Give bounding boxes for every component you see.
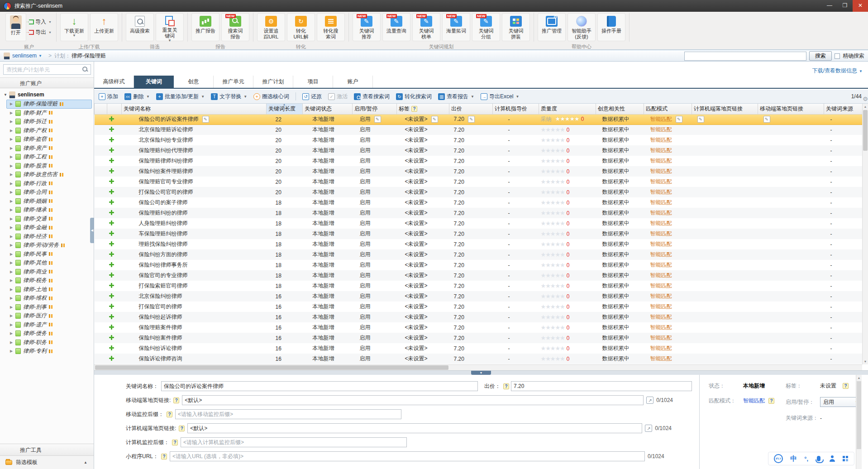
exact-search-checkbox[interactable] xyxy=(835,53,840,59)
column-header-移动端落地页链接[interactable]: 移动端落地页链接 xyxy=(758,104,824,114)
tree-collapse-icon[interactable]: ▶ xyxy=(10,323,15,327)
add-icon[interactable] xyxy=(109,273,114,278)
pc-link-field[interactable]: <默认> xyxy=(187,423,642,433)
tab-关键词[interactable]: 关键词 xyxy=(134,76,174,88)
table-row[interactable]: 北京保险理赔诉讼律师20本地新增启用<未设置>7.20-★★★★★0数据积累中智… xyxy=(95,124,863,135)
tree-collapse-icon[interactable]: ▶ xyxy=(10,314,15,318)
tree-collapse-icon[interactable]: ▶ xyxy=(10,120,15,124)
add-keyword-cell[interactable] xyxy=(107,270,122,281)
toolbar-导出Excel[interactable]: →导出Excel▼ xyxy=(481,93,519,100)
add-keyword-cell[interactable] xyxy=(107,197,122,208)
account-dropdown-icon[interactable]: ▼ xyxy=(38,54,42,58)
pane-splitter[interactable]: ▼ xyxy=(94,370,868,375)
table-row[interactable]: 保险纠纷方面的律师18本地新增启用<未设置>7.20-★★★★★0数据积累中智能… xyxy=(95,249,863,260)
table-row[interactable]: 保险纠纷诉讼律师16本地新增启用<未设置>7.20-★★★★★0数据积累中智能匹… xyxy=(95,343,863,354)
help-icon[interactable]: ? xyxy=(503,383,509,389)
sidebar-item-campaign[interactable]: ▶律师-继承 xyxy=(0,206,94,215)
sidebar-account-node[interactable]: ▼senlinsem xyxy=(0,90,94,100)
user-icon[interactable] xyxy=(829,455,835,462)
table-row[interactable]: 保险纠纷案件律师16本地新增启用<未设置>7.20-★★★★★0数据积累中智能匹… xyxy=(95,333,863,343)
help-icon[interactable]: ? xyxy=(843,383,849,389)
edit-icon[interactable]: ✎ xyxy=(468,116,475,123)
column-settings-gear-icon[interactable]: ⚙ xyxy=(863,96,868,102)
tab-推广单元[interactable]: 推广单元 xyxy=(214,76,253,88)
tree-collapse-icon[interactable]: ▶ xyxy=(10,146,15,150)
sidebar-section-title[interactable]: 推广账户 xyxy=(0,77,94,88)
column-header-出价[interactable]: 出价 xyxy=(449,104,493,114)
add-icon[interactable] xyxy=(109,148,114,153)
add-keyword-cell[interactable] xyxy=(107,249,122,260)
help-icon[interactable]: ? xyxy=(161,454,167,459)
ribbon-button-海量拓词[interactable]: NEW✎海量拓词 xyxy=(442,13,470,41)
tab-高级样式[interactable]: 高级样式 xyxy=(94,76,134,88)
add-icon[interactable] xyxy=(109,200,114,205)
toolbar-添加[interactable]: +添加 xyxy=(99,93,118,100)
ribbon-button-设置追踪URL[interactable]: ⚙设置追踪URL xyxy=(257,13,285,41)
sidebar-item-campaign[interactable]: ▶律师-商业 xyxy=(0,268,94,277)
toolbar-圈选核心词[interactable]: +圈选核心词 xyxy=(253,93,289,100)
scroll-thumb[interactable] xyxy=(863,110,868,151)
ribbon-button-搜索词报告[interactable]: NEW搜索词报告 xyxy=(221,13,249,41)
minimize-button[interactable]: — xyxy=(822,0,837,12)
add-icon[interactable] xyxy=(109,168,114,173)
column-header-计算机端落地页链接[interactable]: 计算机端落地页链接 xyxy=(692,104,758,114)
tree-collapse-icon[interactable]: ▶ xyxy=(10,208,15,212)
sidebar-item-campaign[interactable]: ▶律师-股票 xyxy=(0,162,94,171)
mobile-link-field[interactable]: <默认> xyxy=(182,395,644,405)
miniapp-url-field[interactable]: <请输入URL (选填，非必填)> xyxy=(170,451,645,461)
panel-scrollbar[interactable]: ▲ xyxy=(856,375,862,469)
toolbar-查看报告[interactable]: ▥查看报告▼ xyxy=(438,93,474,100)
scroll-up-icon[interactable]: ▲ xyxy=(856,375,862,381)
tree-expand-icon[interactable]: ▼ xyxy=(4,93,9,97)
tab-账户[interactable]: 账户 xyxy=(333,76,373,88)
column-header-关键词长度[interactable]: 关键词长度 xyxy=(267,104,303,114)
column-header-计算机指导价[interactable]: 计算机指导价 xyxy=(493,104,539,114)
table-row[interactable]: 保险理赔律师纠纷律师20本地新增启用<未设置>7.20-★★★★★0数据积累中智… xyxy=(95,156,863,166)
tree-collapse-icon[interactable]: ▶ xyxy=(10,234,15,239)
add-keyword-cell[interactable] xyxy=(107,208,122,218)
add-keyword-cell[interactable] xyxy=(107,135,122,145)
help-icon[interactable]: ? xyxy=(167,412,172,417)
tree-collapse-icon[interactable]: ▶ xyxy=(10,155,15,159)
sidebar-item-campaign[interactable]: ▶律师-税务 xyxy=(0,276,94,285)
add-keyword-cell[interactable] xyxy=(107,187,122,197)
edit-icon[interactable]: ✎ xyxy=(431,116,438,123)
match-mode-value[interactable]: 智能匹配 xyxy=(743,397,765,405)
ribbon-button-重复关键词[interactable]: 重复关键词▼ xyxy=(156,13,184,41)
add-keyword-cell[interactable] xyxy=(107,114,122,124)
ribbon-button-关键词分组[interactable]: NEW✎关键词分组 xyxy=(472,13,500,41)
toolbar-文字替换[interactable]: T文字替换▼ xyxy=(211,93,247,100)
sidebar-item-campaign[interactable]: ▶律师-财产 xyxy=(0,109,94,118)
add-keyword-cell[interactable] xyxy=(107,322,122,333)
add-keyword-cell[interactable] xyxy=(107,156,122,166)
edit-icon[interactable]: ✎ xyxy=(697,116,704,123)
table-row[interactable]: 保险理赔官司专业律师20本地新增启用<未设置>7.20-★★★★★0数据积累中智… xyxy=(95,177,863,187)
help-icon[interactable]: ? xyxy=(768,398,774,404)
sidebar-item-campaign[interactable]: ▶律师-刑事 xyxy=(0,303,94,312)
add-keyword-cell[interactable] xyxy=(107,145,122,156)
ribbon-button-操作手册[interactable]: 操作手册 xyxy=(597,13,625,41)
table-row[interactable]: 人身险理赔纠纷律师18本地新增启用<未设置>7.20-★★★★★0数据积累中智能… xyxy=(95,218,863,229)
open-account-button[interactable]: 打开 xyxy=(5,13,26,41)
sidebar-item-campaign[interactable]: ▶律师-拆迁 xyxy=(0,117,94,126)
tree-collapse-icon[interactable]: ▶ xyxy=(10,102,15,106)
sidebar-item-campaign[interactable]: ▶律师-专利 xyxy=(0,347,94,356)
sidebar-item-campaign[interactable]: ▶律师-金融 xyxy=(0,223,94,232)
tree-collapse-icon[interactable]: ▶ xyxy=(10,182,15,186)
add-icon[interactable] xyxy=(109,137,114,142)
add-keyword-cell[interactable] xyxy=(107,218,122,229)
add-icon[interactable] xyxy=(109,325,114,330)
toolbar-查看搜索词[interactable]: 查看搜索词 xyxy=(354,93,390,100)
add-icon[interactable] xyxy=(109,356,114,361)
help-icon[interactable]: ? xyxy=(411,106,417,112)
add-icon[interactable] xyxy=(109,345,114,350)
ribbon-button-推广报告[interactable]: 推广报告 xyxy=(191,13,219,41)
add-icon[interactable] xyxy=(109,241,114,246)
column-header-标签[interactable]: 标签? xyxy=(397,104,449,114)
tree-collapse-icon[interactable]: ▶ xyxy=(10,331,15,335)
tree-collapse-icon[interactable]: ▶ xyxy=(10,340,15,345)
sidebar-item-campaign[interactable]: ▶律师-房产 xyxy=(0,144,94,153)
tab-创意[interactable]: 创意 xyxy=(174,76,214,88)
ribbon-button-流量查询[interactable]: NEW✎流量查询 xyxy=(382,13,410,41)
keyword-name-field[interactable]: 保险公司的诉讼案件律师 xyxy=(161,381,478,391)
